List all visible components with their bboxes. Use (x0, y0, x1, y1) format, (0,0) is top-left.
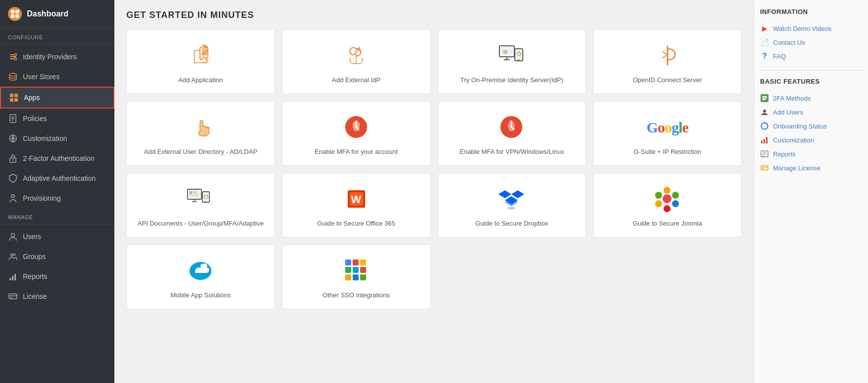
sidebar-item-groups[interactable]: Groups (0, 247, 114, 266)
card-office365[interactable]: W Guide to Secure Office 365 (282, 173, 431, 238)
svg-rect-103 (761, 166, 768, 170)
svg-point-4 (14, 54, 17, 56)
sidebar-item-reports[interactable]: Reports (0, 266, 114, 286)
dropbox-icon (497, 184, 527, 214)
license-icon (8, 291, 18, 301)
manage-license-link[interactable]: Manage License (760, 161, 862, 175)
openid-connect-label: OpenID Connect Server (633, 76, 702, 85)
try-on-premise-icon (497, 41, 527, 71)
svg-point-77 (655, 200, 662, 207)
reports-feat-label: Reports (773, 150, 796, 158)
svg-rect-98 (766, 137, 768, 143)
sidebar-item-identity-providers[interactable]: Identity Providers (0, 47, 114, 67)
sidebar-item-label: Users (23, 233, 41, 241)
office365-icon: W (341, 184, 371, 214)
svg-rect-91 (762, 96, 767, 97)
svg-rect-87 (345, 274, 351, 280)
card-mobile-app[interactable]: Mobile App Solutions (126, 245, 275, 309)
enable-mfa-account-icon (341, 113, 371, 142)
main-area: GET STARTED IN MINUTES Add Applica (114, 0, 754, 383)
add-users-link[interactable]: Add Users (760, 105, 862, 119)
reports-link[interactable]: Reports (760, 147, 862, 161)
svg-rect-97 (764, 139, 765, 143)
faq-label: FAQ (773, 53, 786, 60)
card-gsuite[interactable]: Google G-Suite + IP Restriction (593, 101, 742, 166)
card-openid-connect[interactable]: OpenID Connect Server (593, 29, 742, 94)
svg-point-75 (672, 200, 679, 207)
customization-feat-icon (760, 135, 769, 144)
add-application-label: Add Application (179, 76, 223, 85)
watch-demo-link[interactable]: ▶ Watch Demo Videos (760, 21, 862, 35)
svg-rect-82 (353, 259, 359, 265)
svg-text:W: W (351, 193, 361, 206)
sidebar-item-label: User Stores (23, 73, 60, 81)
svg-point-20 (11, 234, 15, 237)
sidebar-header[interactable]: Dashboard (0, 0, 114, 28)
card-add-external-idp[interactable]: Add External IdP (282, 29, 431, 94)
contact-us-link[interactable]: 📄 Contact Us (760, 35, 862, 49)
card-enable-mfa-vpn[interactable]: Enable MFA for VPN/Windows/Linux (438, 101, 586, 166)
svg-rect-89 (360, 274, 366, 280)
2fa-methods-link[interactable]: 2FA Methods (760, 91, 862, 105)
card-joomla[interactable]: Guide to Secure Joomla (593, 173, 742, 238)
card-other-sso[interactable]: Other SSO Integrations (282, 245, 431, 309)
svg-point-22 (13, 254, 15, 255)
card-try-on-premise[interactable]: Try On-Premise Identity Server(IdP) (438, 29, 586, 94)
svg-rect-3 (15, 14, 19, 18)
svg-point-94 (763, 110, 766, 113)
onboarding-status-link[interactable]: Onboarding Status (760, 119, 862, 133)
enable-mfa-vpn-label: Enable MFA for VPN/Windows/Linux (460, 147, 564, 156)
svg-point-21 (11, 254, 13, 256)
sidebar-item-policies[interactable]: Policies (0, 109, 114, 128)
sidebar: Dashboard Configure Identity Providers U… (0, 0, 114, 383)
onboarding-status-icon (760, 122, 769, 130)
sidebar-item-label: Reports (23, 272, 47, 280)
svg-rect-24 (12, 276, 13, 280)
user-stores-icon (8, 72, 18, 82)
sidebar-title: Dashboard (27, 9, 69, 18)
sidebar-item-license[interactable]: License (0, 286, 114, 306)
svg-rect-61 (190, 195, 198, 196)
faq-link[interactable]: ? FAQ (760, 49, 862, 63)
svg-rect-25 (14, 274, 16, 280)
2fa-methods-label: 2FA Methods (773, 95, 811, 102)
sidebar-item-user-stores[interactable]: User Stores (0, 67, 114, 87)
svg-rect-83 (360, 259, 366, 265)
enable-mfa-account-label: Enable MFA for your account (315, 147, 398, 156)
svg-rect-1 (15, 10, 19, 13)
sidebar-item-2fa[interactable]: 2-Factor Authentication (0, 148, 114, 168)
svg-rect-7 (10, 94, 13, 97)
card-dropbox[interactable]: Guide to Secure Dropbox (438, 173, 586, 238)
customization-link[interactable]: Customization (760, 133, 862, 147)
sidebar-item-users[interactable]: Users (0, 227, 114, 247)
onboarding-status-label: Onboarding Status (773, 123, 827, 130)
customization-icon (8, 133, 18, 143)
add-external-user-dir-icon (186, 113, 215, 142)
gsuite-icon: Google (653, 113, 682, 142)
card-add-application[interactable]: Add Application (126, 29, 275, 94)
sidebar-item-provisioning[interactable]: Provisioning (0, 188, 114, 208)
svg-rect-28 (10, 297, 12, 298)
svg-rect-8 (14, 94, 18, 97)
sidebar-item-label: Customization (23, 134, 67, 142)
contact-icon: 📄 (760, 38, 769, 47)
sidebar-item-label: License (23, 292, 47, 300)
manage-license-icon (760, 163, 769, 172)
card-add-external-user-dir[interactable]: Add External User Directory - AD/LDAP (126, 101, 275, 166)
dropbox-label: Guide to Secure Dropbox (476, 219, 549, 228)
svg-rect-10 (14, 98, 18, 102)
sidebar-item-customization[interactable]: Customization (0, 128, 114, 148)
card-enable-mfa-account[interactable]: Enable MFA for your account (282, 101, 431, 166)
features-section-title: BASIC FEATURES (760, 78, 862, 85)
manage-section-label: Manage (0, 208, 114, 222)
card-api-documents[interactable]: API Documents - User/Group/MFA/Adaptive (126, 173, 275, 238)
customization-feat-label: Customization (773, 136, 814, 144)
sidebar-item-adaptive-auth[interactable]: Adaptive Authentication (0, 168, 114, 188)
adaptive-auth-icon (8, 173, 18, 183)
sidebar-item-apps[interactable]: Apps Manage Apps Manage App Groups (0, 87, 114, 109)
svg-rect-88 (353, 274, 359, 280)
add-application-icon (186, 41, 215, 71)
svg-point-6 (9, 73, 16, 76)
video-icon: ▶ (760, 24, 769, 33)
svg-marker-68 (498, 190, 511, 198)
